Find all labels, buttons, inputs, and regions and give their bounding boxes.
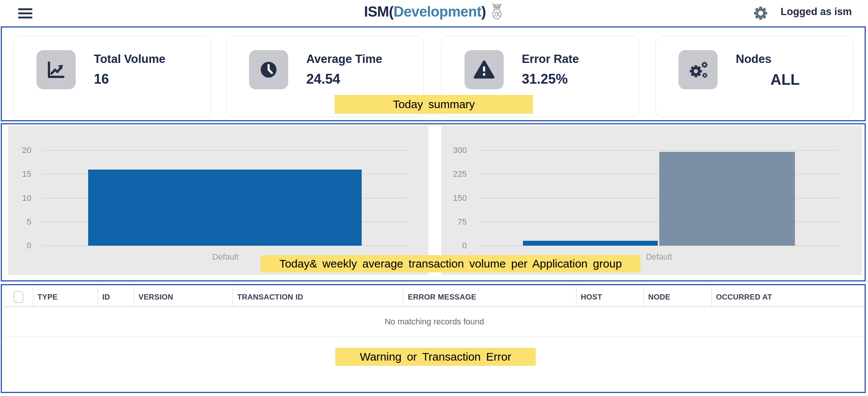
y-axis-tick-label: 300 [439,145,467,156]
chart-today-vs-weekly-volume: 075150225300Default [441,125,862,275]
card-value: ALL [736,71,800,88]
settings-gear-icon[interactable] [753,5,769,21]
y-axis-tick-label: 10 [3,193,31,203]
gears-icon [679,50,718,89]
column-header-host[interactable]: HOST [576,287,643,307]
annotation-table: Warning or Transaction Error [335,348,536,366]
gridline [478,150,839,151]
column-header-transaction-id[interactable]: TRANSACTION ID [232,287,403,307]
x-axis-category-label: Default [188,252,263,262]
title-suffix: ) [481,4,486,20]
y-axis-tick-label: 20 [3,145,31,156]
y-axis-tick-label: 5 [3,217,31,227]
table-header-row: TYPEIDVERSIONTRANSACTION IDERROR MESSAGE… [4,287,865,307]
owl-logo-icon [491,3,504,23]
card-label: Average Time [306,52,382,66]
errors-table: TYPEIDVERSIONTRANSACTION IDERROR MESSAGE… [4,287,865,337]
y-axis-tick-label: 0 [3,240,31,251]
chart-line-icon [37,50,76,89]
empty-message: No matching records found [4,307,865,337]
y-axis-tick-label: 15 [3,169,31,179]
y-axis-tick-label: 150 [439,193,467,203]
warning-icon [465,50,504,89]
gridline [43,150,408,151]
select-all-checkbox[interactable] [14,291,23,303]
errors-table-section: TYPEIDVERSIONTRANSACTION IDERROR MESSAGE… [1,284,866,393]
card-value: 24.54 [306,71,382,87]
column-header-type[interactable]: TYPE [33,287,98,307]
card-label: Error Rate [522,52,579,66]
card-nodes: Nodes ALL [656,36,853,117]
column-header-node[interactable]: NODE [643,287,711,307]
chart-today-volume: 05101520Default [8,125,428,275]
title-prefix: ISM( [364,4,393,20]
y-axis-tick-label: 225 [439,169,467,179]
column-header-error-message[interactable]: ERROR MESSAGE [403,287,576,307]
column-header-occurred-at[interactable]: OCCURRED AT [711,287,865,307]
annotation-charts: Today& weekly average transaction volume… [261,255,640,272]
card-value: 16 [94,71,165,87]
card-label: Total Volume [94,52,165,66]
dashboard: ISM(Development) [0,0,868,396]
column-header-version[interactable]: VERSION [134,287,232,307]
title-highlight: Development [393,4,481,20]
column-header-id[interactable]: ID [98,287,134,307]
card-total-volume: Total Volume 16 [14,36,211,117]
clock-icon [249,50,288,89]
top-bar: ISM(Development) [0,0,868,25]
annotation-today-summary: Today summary [335,95,533,114]
y-axis-tick-label: 0 [439,240,467,251]
card-value: 31.25% [522,71,579,87]
bar-weekly-average[interactable] [659,152,795,246]
app-title: ISM(Development) [0,3,868,23]
card-label: Nodes [736,52,800,66]
bar-today-volume[interactable] [523,241,658,246]
column-header-select[interactable] [4,287,33,307]
bar-today-volume[interactable] [88,170,362,246]
empty-row: No matching records found [4,307,865,337]
y-axis-tick-label: 75 [439,217,467,227]
logged-as-label: Logged as ism [781,6,852,18]
